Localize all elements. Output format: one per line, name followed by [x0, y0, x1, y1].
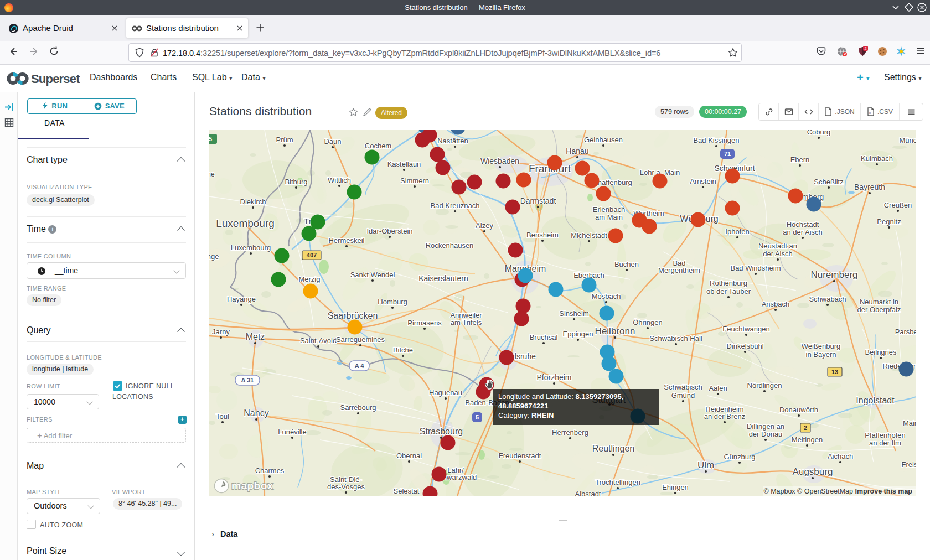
- svg-text:2: 2: [864, 46, 866, 51]
- svg-text:am Main: am Main: [595, 213, 623, 221]
- svg-text:an der Brenz: an der Brenz: [704, 412, 745, 421]
- svg-text:Hermeskeil: Hermeskeil: [328, 236, 364, 245]
- svg-text:Albstadt: Albstadt: [575, 490, 601, 496]
- svg-text:Iphofen: Iphofen: [725, 227, 749, 236]
- svg-text:Bitche: Bitche: [393, 346, 413, 354]
- svg-text:Freis: Freis: [902, 460, 916, 469]
- svg-text:Jarny: Jarny: [212, 328, 230, 336]
- svg-text:Toul: Toul: [216, 412, 229, 421]
- svg-text:Pfaffenhofen: Pfaffenhofen: [865, 431, 906, 439]
- svg-text:Hayange: Hayange: [227, 295, 256, 303]
- svg-text:Kulmbach: Kulmbach: [861, 154, 893, 163]
- svg-text:Bad Windsheim: Bad Windsheim: [730, 264, 781, 272]
- svg-text:Prüm: Prüm: [276, 136, 293, 144]
- svg-text:Meitingen: Meitingen: [792, 435, 823, 444]
- svg-text:Aalen: Aalen: [709, 384, 727, 392]
- svg-text:Idar-Oberstein: Idar-Oberstein: [366, 227, 412, 235]
- svg-text:Ulm: Ulm: [698, 460, 714, 470]
- svg-text:Nancy: Nancy: [244, 408, 268, 418]
- svg-text:Wittlich: Wittlich: [328, 176, 351, 184]
- svg-text:Parsberg: Parsberg: [895, 328, 916, 336]
- svg-text:Creußen: Creußen: [884, 201, 912, 209]
- svg-text:2: 2: [804, 424, 807, 431]
- svg-text:Gmünd: Gmünd: [671, 391, 695, 400]
- svg-text:Lunéville: Lunéville: [278, 428, 306, 436]
- svg-text:Coburg: Coburg: [807, 130, 831, 136]
- svg-text:der Aisch: der Aisch: [763, 250, 792, 258]
- svg-text:Ansbach: Ansbach: [762, 300, 790, 308]
- svg-text:© Mapbox © OpenStreetMap Impro: © Mapbox © OpenStreetMap Improve this ma…: [763, 488, 912, 495]
- svg-text:Bad Kissingen: Bad Kissingen: [693, 136, 739, 144]
- svg-text:Sankt Wendel: Sankt Wendel: [350, 271, 395, 279]
- svg-text:Main: Main: [903, 419, 916, 427]
- svg-text:Diekirch: Diekirch: [240, 198, 266, 206]
- svg-text:Herrenberg: Herrenberg: [552, 428, 588, 437]
- svg-text:Saarbrücken: Saarbrücken: [328, 311, 378, 320]
- svg-text:Augsburg: Augsburg: [793, 466, 833, 477]
- svg-text:5: 5: [476, 414, 479, 421]
- svg-text:A 4: A 4: [355, 362, 365, 369]
- svg-text:der Oberpfalz: der Oberpfalz: [857, 305, 901, 314]
- svg-text:Cochem: Cochem: [365, 142, 391, 150]
- svg-text:Öhringen: Öhringen: [633, 318, 662, 326]
- svg-text:Beilngries: Beilngries: [865, 348, 897, 356]
- svg-text:Ehingen: Ehingen: [662, 483, 689, 491]
- svg-text:Feuchtwangen: Feuchtwangen: [722, 325, 769, 333]
- svg-text:Scheßlitz: Scheßlitz: [814, 178, 843, 186]
- svg-text:Haguenau: Haguenau: [429, 388, 462, 397]
- svg-text:Pforzheim: Pforzheim: [536, 373, 571, 382]
- svg-text:in Bayern: in Bayern: [806, 350, 836, 359]
- svg-text:5: 5: [209, 136, 212, 142]
- svg-text:x: x: [869, 111, 871, 115]
- svg-text:407: 407: [307, 252, 317, 258]
- svg-text:mapbox: mapbox: [231, 480, 273, 491]
- svg-text:Sélestat: Sélestat: [394, 487, 420, 495]
- svg-text:Luxembourg: Luxembourg: [216, 217, 275, 229]
- svg-text:Charmes: Charmes: [255, 466, 285, 475]
- svg-text:Schwabach: Schwabach: [809, 295, 846, 303]
- svg-text:Bayreuth: Bayreuth: [854, 183, 885, 191]
- svg-text:Buchen: Buchen: [614, 260, 639, 268]
- svg-text:Weißenburg: Weißenburg: [802, 342, 841, 350]
- svg-text:Günzburg: Günzburg: [724, 453, 755, 461]
- svg-text:71: 71: [724, 151, 731, 157]
- svg-text:Merzig: Merzig: [298, 275, 320, 283]
- svg-text:Nuremberg: Nuremberg: [810, 269, 857, 280]
- svg-text:Michelstadt: Michelstadt: [571, 231, 607, 240]
- svg-text:Kaiserslautern: Kaiserslautern: [418, 274, 468, 283]
- svg-text:Aichach: Aichach: [828, 452, 853, 460]
- svg-text:Mergentheim: Mergentheim: [658, 266, 700, 274]
- svg-text:Höchstadt: Höchstadt: [787, 220, 819, 229]
- svg-text:Bruchsal: Bruchsal: [530, 333, 558, 341]
- svg-text:Gelnhausen: Gelnhausen: [584, 136, 623, 144]
- svg-text:Reutlingen: Reutlingen: [592, 444, 635, 453]
- svg-text:A 31: A 31: [241, 377, 254, 383]
- svg-text:Neumarkt in: Neumarkt in: [860, 298, 898, 306]
- svg-text:Simmern: Simmern: [400, 177, 429, 185]
- svg-text:48.8859674221: 48.8859674221: [498, 402, 548, 410]
- svg-text:Schwäbisch Hall: Schwäbisch Hall: [649, 334, 702, 343]
- svg-text:Hanau: Hanau: [566, 147, 588, 155]
- svg-text:Dinkelsbühl: Dinkelsbühl: [726, 342, 763, 350]
- svg-text:an der Aisch: an der Aisch: [783, 228, 823, 236]
- svg-text:am Trifels: am Trifels: [451, 318, 482, 326]
- svg-text:Metz: Metz: [246, 332, 265, 341]
- svg-text:Rothenburg: Rothenburg: [710, 279, 747, 287]
- svg-text:Freudenstadt: Freudenstadt: [499, 452, 541, 460]
- svg-text:Daun: Daun: [324, 137, 341, 146]
- svg-text:Heilbronn: Heilbronn: [595, 326, 636, 336]
- svg-text:Sinsheim: Sinsheim: [559, 309, 588, 318]
- svg-text:Sarreguemines: Sarreguemines: [336, 335, 385, 344]
- svg-text:Ingolstadt: Ingolstadt: [856, 396, 895, 405]
- svg-text:des-Vosges: des-Vosges: [327, 483, 365, 491]
- svg-text:Dillingen an: Dillingen an: [747, 422, 784, 431]
- svg-text:Donauwörth: Donauwörth: [779, 406, 818, 414]
- svg-text:Darmstadt: Darmstadt: [520, 196, 556, 205]
- svg-text:Obernai: Obernai: [396, 452, 422, 460]
- svg-text:Bitburg: Bitburg: [285, 178, 307, 186]
- svg-text:Arnstein: Arnstein: [690, 177, 716, 185]
- svg-text:an der Ilm: an der Ilm: [869, 439, 901, 447]
- svg-text:Sarrebourg: Sarrebourg: [340, 403, 376, 412]
- svg-text:Category: RHEIN: Category: RHEIN: [498, 411, 554, 419]
- svg-text:Kastellaun: Kastellaun: [388, 160, 421, 168]
